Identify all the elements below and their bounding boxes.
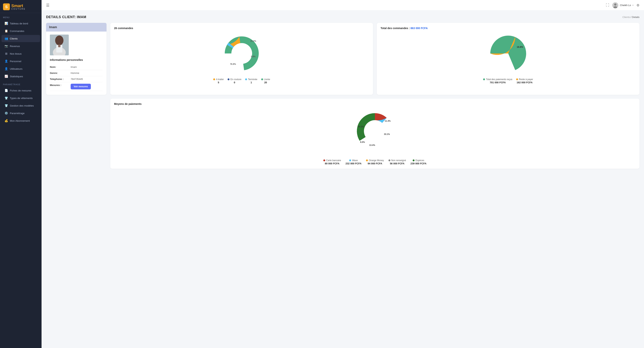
dot-non-renseigne xyxy=(388,159,390,161)
sidebar-item-label: Statistiques xyxy=(10,75,23,78)
moyens-paiements-card: Moyens de paiements xyxy=(110,99,640,169)
legend-a-traiter: A traiter 5 xyxy=(213,78,224,84)
svg-text:19.2%: 19.2% xyxy=(250,40,256,42)
legend-reste-a-payer: Reste à payer 162 000 FCFA xyxy=(516,78,533,84)
topbar-left: ☰ xyxy=(46,3,50,8)
svg-point-14 xyxy=(364,120,386,142)
fullscreen-button[interactable]: ⛶ xyxy=(606,3,609,7)
legend-non-renseigne: Non renseigné 56 000 FCFA xyxy=(388,159,406,165)
svg-text:11.4%: 11.4% xyxy=(385,120,390,122)
logo-icon: S xyxy=(3,4,10,10)
topbar-right: ⛶ Cheikh Lo ▾ ⚙ xyxy=(606,2,640,8)
commandes-card: 26 commandes xyxy=(110,23,373,95)
gear-icon: ⚙️ xyxy=(4,112,8,115)
sidebar-item-types-de-vetements[interactable]: 👕 Types de vêtements xyxy=(2,95,40,102)
legend-value-reste-a-payer: 162 000 FCFA xyxy=(516,81,532,84)
legend-value-livree: 20 xyxy=(264,81,267,84)
info-row-telephone: Telephone : 784735445 xyxy=(50,76,103,82)
sidebar-item-label: Types de vêtements xyxy=(10,97,33,100)
settings-icon[interactable]: ⚙ xyxy=(636,3,640,7)
grid-icon: ⊞ xyxy=(4,52,8,55)
legend-label-total-paiements: Total des paiements reçus xyxy=(486,78,512,81)
legend-total-paiements: Total des paiements reçus 701 000 FCFA xyxy=(483,78,512,84)
user-icon: 👤 xyxy=(4,67,8,71)
sidebar-item-tableau-de-bord[interactable]: 📊 Tableau de bord xyxy=(2,20,40,27)
legend-value-en-couture: 0 xyxy=(234,81,235,84)
sidebar-item-gestion-des-modeles[interactable]: 👕 Gestion des modèles xyxy=(2,102,40,109)
sidebar-item-clients[interactable]: 👥 Clients xyxy=(2,35,40,42)
moyens-legend: Carte bancaire 80 000 FCFA Wave 232 000 … xyxy=(323,159,426,165)
client-photo xyxy=(50,35,69,55)
dot-total-paiements xyxy=(483,78,485,80)
sidebar-item-mon-abonnement[interactable]: 💰 Mon Abonnement xyxy=(2,117,40,124)
hamburger-button[interactable]: ☰ xyxy=(46,3,50,8)
page-title: DETAILS CLIENT: IMAM xyxy=(46,15,86,19)
info-value-telephone: 784735445 xyxy=(71,78,103,81)
main-area: ☰ ⛶ Cheikh Lo ▾ ⚙ DETAILS CLIENT: IMAM xyxy=(42,0,644,348)
dot-en-couture xyxy=(228,78,230,80)
info-value-genre: Homme xyxy=(71,72,103,75)
legend-label-a-traiter: A traiter xyxy=(216,78,224,81)
legend-value-terminee: 1 xyxy=(250,81,252,84)
logo-couture: COUTURE xyxy=(11,8,26,10)
sidebar-item-statistiques[interactable]: 📈 Statistiques xyxy=(2,73,40,80)
svg-text:13.4%: 13.4% xyxy=(369,144,375,146)
sidebar-item-personnel[interactable]: 👤 Personnel xyxy=(2,58,40,65)
sidebar-item-label: Paramètrage xyxy=(10,112,24,115)
info-section-title: Informations personnelles xyxy=(50,58,103,61)
info-row-nom: Nom: Imam xyxy=(50,64,103,70)
commandes-title: 26 commandes xyxy=(114,27,369,30)
sidebar-item-utilisateurs[interactable]: 👤 Utilisateurs xyxy=(2,65,40,72)
info-label-mesures: Mesures : xyxy=(50,84,71,87)
legend-label-wave: Wave xyxy=(352,159,358,162)
total-legend: Total des paiements reçus 701 000 FCFA R… xyxy=(380,78,636,84)
shirt-icon: 👕 xyxy=(4,96,8,100)
sidebar-item-parametrage[interactable]: ⚙️ Paramètrage xyxy=(2,110,40,117)
avatar xyxy=(612,2,618,8)
svg-text:76.9%: 76.9% xyxy=(230,63,236,65)
client-card: Imam Informations person xyxy=(46,23,106,95)
sidebar-item-label: Nos tissus xyxy=(10,52,22,55)
camera-icon: 📷 xyxy=(4,44,8,48)
breadcrumb-details: Details xyxy=(632,16,640,19)
sidebar-item-label: Tableau de bord xyxy=(10,22,28,25)
legend-label-carte-bancaire: Carte bancaire xyxy=(326,159,341,162)
total-commandes-card: Total des commandes : 863 000 FCFA xyxy=(377,23,640,95)
svg-text:18.8%: 18.8% xyxy=(517,46,523,48)
svg-text:8.0%: 8.0% xyxy=(360,141,365,143)
sidebar-item-nos-tissus[interactable]: ⊞ Nos tissus xyxy=(2,50,40,57)
model-icon: 👕 xyxy=(4,104,8,107)
legend-label-reste-a-payer: Reste à payer xyxy=(519,78,533,81)
info-label-nom: Nom: xyxy=(50,66,71,68)
sidebar-item-fiches-de-mesures[interactable]: 📄 Fiches de mesures xyxy=(2,87,40,94)
legend-livree: Livrée 20 xyxy=(261,78,270,84)
svg-point-8 xyxy=(231,43,252,64)
info-value-mesures: Voir mesures xyxy=(71,84,103,89)
sidebar-item-commandes[interactable]: 📋 Commandes xyxy=(2,27,40,35)
bottom-spacer xyxy=(46,99,106,169)
svg-point-4 xyxy=(55,36,64,45)
info-label-telephone: Telephone : xyxy=(50,78,71,81)
sidebar-item-revenus[interactable]: 📷 Revenus xyxy=(2,43,40,50)
chevron-down-icon: ▾ xyxy=(632,4,634,6)
param-section-label: PARAMÈTRAGE xyxy=(0,80,42,87)
user-area[interactable]: Cheikh Lo ▾ xyxy=(612,2,634,8)
info-row-genre: Genre: Homme xyxy=(50,70,103,76)
logo-text: Smart COUTURE xyxy=(11,4,26,10)
legend-terminee: Terminée 1 xyxy=(245,78,257,84)
legend-label-especes: Espèces xyxy=(416,159,424,162)
breadcrumb-clients[interactable]: Clients xyxy=(622,16,630,19)
moyens-chart-area: 11.4% 33.1% 13.4% 8.0% 34.1% Carte banca… xyxy=(114,108,636,165)
legend-value-wave: 232 000 FCFA xyxy=(346,162,362,165)
voir-mesures-button[interactable]: Voir mesures xyxy=(71,84,91,89)
top-grid-row: Imam Informations person xyxy=(46,23,640,95)
legend-wave: Wave 232 000 FCFA xyxy=(346,159,362,165)
info-label-genre: Genre: xyxy=(50,72,71,75)
dot-livree xyxy=(261,78,263,80)
legend-label-orange-money: Orange Money xyxy=(369,159,384,162)
total-commandes-amount: 863 000 FCFA xyxy=(410,27,428,30)
person-icon: 👤 xyxy=(4,60,8,63)
total-commandes-prefix: Total des commandes : xyxy=(380,27,410,30)
content-area: DETAILS CLIENT: IMAM Clients / Details I… xyxy=(42,11,644,348)
list-icon: 📋 xyxy=(4,29,8,33)
